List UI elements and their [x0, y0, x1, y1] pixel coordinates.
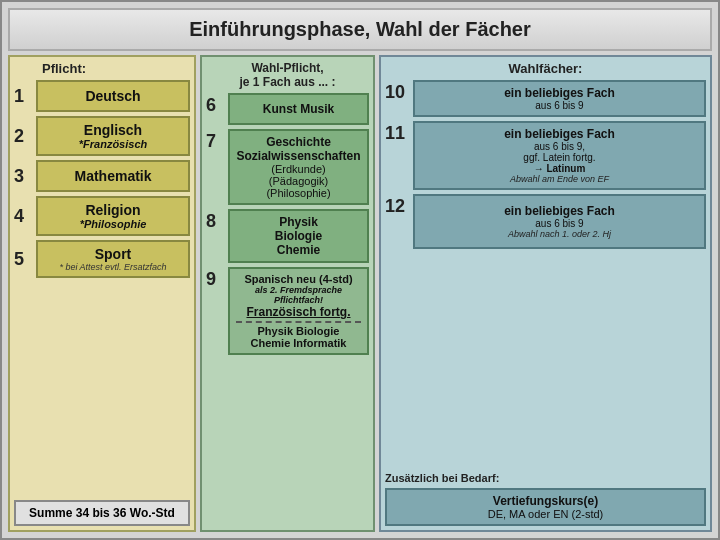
zusatz-section: Zusätzlich bei Bedarf: Vertiefungskurs(e…: [385, 472, 706, 526]
wahlpflicht-box-8: Physik Biologie Chemie: [228, 209, 369, 263]
pflicht-num-1: 1: [14, 86, 36, 107]
pflicht-num-4: 4: [14, 206, 36, 227]
wahlf-box-10: ein beliebiges Fach aus 6 bis 9: [413, 80, 706, 117]
zusatz-box-sub: DE, MA oder EN (2-std): [393, 508, 698, 520]
zusatz-box: Vertiefungskurs(e) DE, MA oder EN (2-std…: [385, 488, 706, 526]
wahlpflicht-header: Wahl-Pflicht, je 1 Fach aus ... :: [206, 61, 369, 89]
wahlf-row-11: 11 ein beliebiges Fach aus 6 bis 9, ggf.…: [385, 121, 706, 190]
zusatz-label: Zusätzlich bei Bedarf:: [385, 472, 706, 484]
wahlpflicht-row-9: 9 Spanisch neu (4-std) als 2. Fremdsprac…: [206, 267, 369, 355]
pflicht-num-3: 3: [14, 166, 36, 187]
pflicht-row-2: 2 Englisch *Französisch: [14, 116, 190, 156]
pflicht-column: Pflicht: 1 Deutsch 2 Englisch *Französis…: [8, 55, 196, 532]
wahlpflicht-row-7: 7 Geschichte Sozialwissenschaften (Erdku…: [206, 129, 369, 205]
pflicht-row-1: 1 Deutsch: [14, 80, 190, 112]
wahlf-box-12: ein beliebiges Fach aus 6 bis 9 Abwahl n…: [413, 194, 706, 249]
wahlpflicht-row-8: 8 Physik Biologie Chemie: [206, 209, 369, 263]
wahlf-row-10: 10 ein beliebiges Fach aus 6 bis 9: [385, 80, 706, 117]
pflicht-row-4: 4 Religion *Philosophie: [14, 196, 190, 236]
pflicht-box-3: Mathematik: [36, 160, 190, 192]
pflicht-box-4: Religion *Philosophie: [36, 196, 190, 236]
wahlpflicht-num-7: 7: [206, 129, 228, 152]
wahlpflicht-box-6: Kunst Musik: [228, 93, 369, 125]
pflicht-box-1: Deutsch: [36, 80, 190, 112]
wahlf-row-12: 12 ein beliebiges Fach aus 6 bis 9 Abwah…: [385, 194, 706, 249]
wahlf-num-10: 10: [385, 80, 413, 103]
wahlpflicht-num-6: 6: [206, 93, 228, 116]
wahlpflicht-box-7: Geschichte Sozialwissenschaften (Erdkund…: [228, 129, 369, 205]
wahlf-num-12: 12: [385, 194, 413, 217]
pflicht-num-5: 5: [14, 249, 36, 270]
wahlpflicht-column: Wahl-Pflicht, je 1 Fach aus ... : 6 Kuns…: [200, 55, 375, 532]
pflicht-box-5: Sport * bei Attest evtl. Ersatzfach: [36, 240, 190, 278]
wahlpflicht-row-6: 6 Kunst Musik: [206, 93, 369, 125]
wahlf-header: Wahlfächer:: [385, 61, 706, 76]
pflicht-header: Pflicht:: [14, 61, 190, 76]
pflicht-box-2: Englisch *Französisch: [36, 116, 190, 156]
wahlf-num-11: 11: [385, 121, 413, 144]
wahlpflicht-num-8: 8: [206, 209, 228, 232]
pflicht-num-2: 2: [14, 126, 36, 147]
wahlf-column: Wahlfächer: 10 ein beliebiges Fach aus 6…: [379, 55, 712, 532]
summe-box: Summe 34 bis 36 Wo.-Std: [14, 500, 190, 526]
wahlf-box-11: ein beliebiges Fach aus 6 bis 9, ggf. La…: [413, 121, 706, 190]
wahlpflicht-box-9: Spanisch neu (4-std) als 2. Fremdsprache…: [228, 267, 369, 355]
zusatz-box-main: Vertiefungskurs(e): [393, 494, 698, 508]
pflicht-row-5: 5 Sport * bei Attest evtl. Ersatzfach: [14, 240, 190, 278]
page-title: Einführungsphase, Wahl der Fächer: [8, 8, 712, 51]
wahlpflicht-num-9: 9: [206, 267, 228, 290]
pflicht-row-3: 3 Mathematik: [14, 160, 190, 192]
